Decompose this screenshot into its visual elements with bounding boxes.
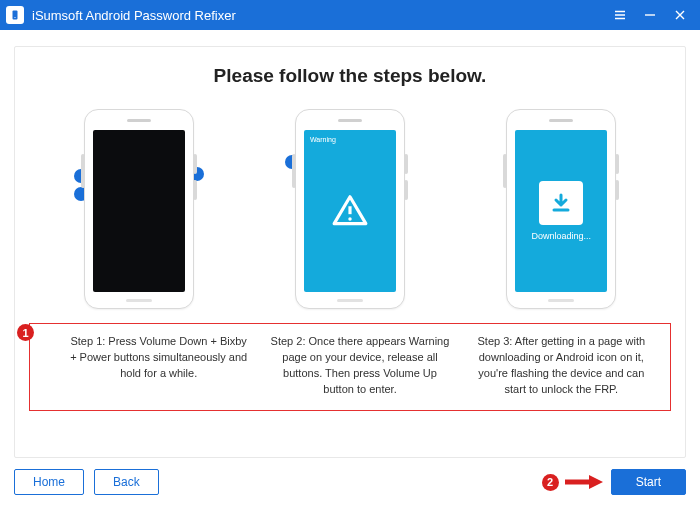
step-2-text: Step 2: Once there appears Warning page … bbox=[259, 334, 460, 398]
footer-bar: Home Back 2 Start bbox=[14, 469, 686, 495]
svg-marker-6 bbox=[589, 475, 603, 489]
svg-point-3 bbox=[348, 217, 351, 220]
instruction-card: Please follow the steps below. bbox=[14, 46, 686, 458]
step-3-text: Step 3: After getting in a page with dow… bbox=[461, 334, 662, 398]
annotation-1: 1 bbox=[17, 324, 34, 341]
titlebar: iSumsoft Android Password Refixer bbox=[0, 0, 700, 30]
svg-rect-0 bbox=[13, 11, 18, 20]
phone-screen-warning: Warning bbox=[304, 130, 396, 292]
phone-screen-downloading: Downloading... bbox=[515, 130, 607, 292]
phone-screen-off bbox=[93, 130, 185, 292]
download-icon bbox=[539, 181, 583, 225]
phone-step3: Downloading... bbox=[506, 109, 616, 309]
arrow-icon bbox=[563, 473, 603, 491]
home-button[interactable]: Home bbox=[14, 469, 84, 495]
window-controls bbox=[612, 7, 694, 23]
warning-triangle-icon bbox=[331, 192, 369, 230]
app-title: iSumsoft Android Password Refixer bbox=[32, 8, 612, 23]
content-area: Please follow the steps below. bbox=[0, 30, 700, 458]
warning-label: Warning bbox=[310, 136, 336, 143]
downloading-label: Downloading... bbox=[532, 231, 592, 241]
step-1-text: Step 1: Press Volume Down + Bixby + Powe… bbox=[58, 334, 259, 398]
svg-point-1 bbox=[14, 17, 15, 18]
close-icon[interactable] bbox=[672, 7, 688, 23]
page-title: Please follow the steps below. bbox=[25, 65, 675, 87]
minimize-icon[interactable] bbox=[642, 7, 658, 23]
annotation-2: 2 bbox=[542, 474, 559, 491]
app-icon bbox=[6, 6, 24, 24]
start-button[interactable]: Start bbox=[611, 469, 686, 495]
steps-box: 1 Step 1: Press Volume Down + Bixby + Po… bbox=[29, 323, 671, 411]
phone-step2: Warning bbox=[295, 109, 405, 309]
phone-illustrations: Warning bbox=[25, 109, 675, 309]
phone-step1 bbox=[84, 109, 194, 309]
menu-icon[interactable] bbox=[612, 7, 628, 23]
back-button[interactable]: Back bbox=[94, 469, 159, 495]
